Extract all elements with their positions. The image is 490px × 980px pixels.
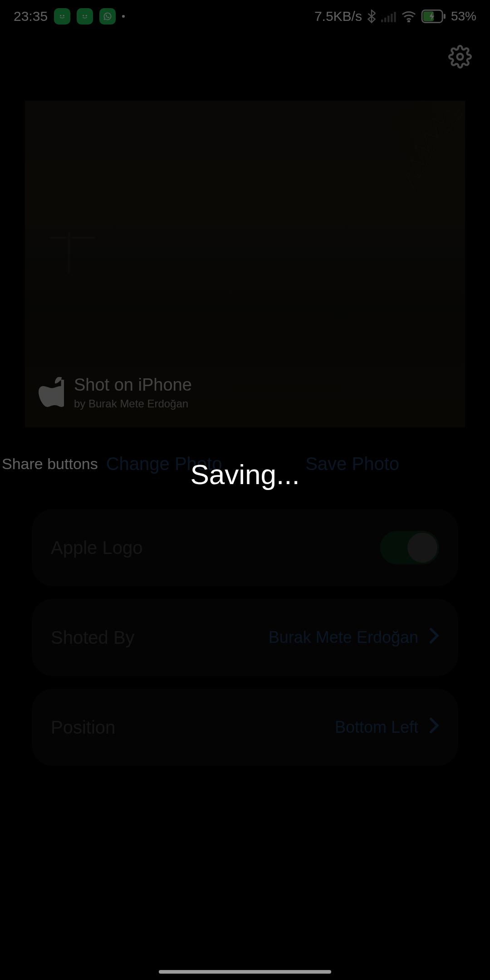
- save-photo-button[interactable]: Save Photo: [305, 454, 490, 474]
- svg-rect-4: [381, 20, 383, 22]
- share-buttons-label[interactable]: Share buttons: [0, 455, 106, 473]
- gear-icon[interactable]: [448, 45, 472, 70]
- status-bar: 23:35 7.5KB/s 53%: [0, 0, 490, 33]
- svg-rect-6: [387, 16, 389, 22]
- settings-list: Apple Logo Shoted By Burak Mete Erdoğan …: [0, 491, 490, 766]
- setting-apple-logo[interactable]: Apple Logo: [32, 509, 458, 586]
- svg-point-0: [60, 15, 61, 16]
- setting-shoted-by[interactable]: Shoted By Burak Mete Erdoğan: [32, 599, 458, 676]
- setting-value-group: Burak Mete Erdoğan: [269, 627, 439, 648]
- photo-preview: Shot on iPhone by Burak Mete Erdoğan: [25, 101, 465, 427]
- svg-rect-11: [444, 14, 446, 19]
- setting-position[interactable]: Position Bottom Left: [32, 689, 458, 766]
- apple-logo-toggle[interactable]: [380, 531, 439, 564]
- photo-branch-silhouette: [402, 101, 465, 237]
- watermark-title: Shot on iPhone: [74, 375, 192, 395]
- net-speed: 7.5KB/s: [314, 9, 362, 24]
- photo-roofline-silhouette: [48, 314, 442, 364]
- photo-watermark: Shot on iPhone by Burak Mete Erdoğan: [39, 375, 192, 410]
- main-content: Shot on iPhone by Burak Mete Erdoğan Sha…: [0, 101, 490, 766]
- toggle-knob: [407, 533, 437, 563]
- notif-icon-app2: [77, 8, 93, 24]
- app-header: [0, 33, 490, 83]
- svg-rect-5: [384, 18, 386, 22]
- saving-indicator: Saving...: [190, 458, 299, 490]
- shoted-by-value: Burak Mete Erdoğan: [269, 628, 418, 647]
- battery-percent: 53%: [451, 9, 476, 24]
- status-time: 23:35: [14, 9, 48, 24]
- notif-dot-icon: [122, 15, 125, 18]
- home-indicator[interactable]: [159, 970, 331, 974]
- whatsapp-icon: [99, 8, 116, 24]
- svg-point-13: [457, 54, 463, 60]
- position-value: Bottom Left: [335, 718, 418, 737]
- watermark-text: Shot on iPhone by Burak Mete Erdoğan: [74, 375, 192, 410]
- svg-point-1: [63, 15, 64, 16]
- svg-rect-8: [394, 12, 396, 22]
- notif-icon-app1: [54, 8, 70, 24]
- signal-icon: [381, 10, 397, 22]
- bluetooth-icon: [367, 10, 377, 23]
- battery-charging-icon: [421, 10, 446, 23]
- svg-point-2: [83, 15, 84, 16]
- setting-value-group: Bottom Left: [335, 717, 439, 738]
- apple-logo-icon: [39, 377, 64, 409]
- wifi-icon: [401, 10, 416, 22]
- status-right: 7.5KB/s 53%: [314, 9, 476, 24]
- setting-label: Apple Logo: [51, 538, 142, 558]
- chevron-right-icon: [429, 627, 439, 648]
- setting-label: Position: [51, 717, 115, 738]
- svg-point-9: [408, 21, 409, 22]
- photo-crane-silhouette: [50, 232, 95, 273]
- chevron-right-icon: [429, 717, 439, 738]
- svg-rect-7: [391, 14, 392, 22]
- watermark-subtitle: by Burak Mete Erdoğan: [74, 397, 192, 410]
- status-left: 23:35: [14, 8, 125, 24]
- svg-point-3: [86, 15, 87, 16]
- setting-label: Shoted By: [51, 627, 135, 648]
